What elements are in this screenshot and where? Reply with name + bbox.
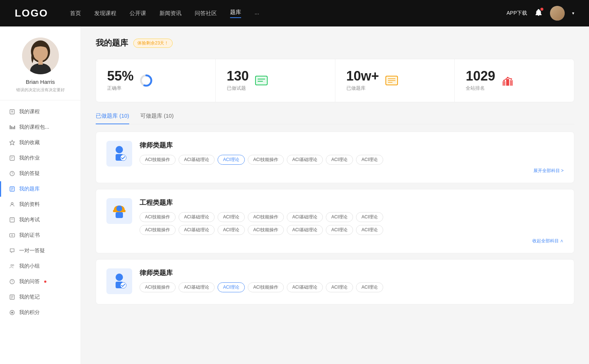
tag-item[interactable]: ACI技能操作 — [248, 212, 284, 222]
tag-item[interactable]: ACI理论 — [326, 155, 353, 165]
tag-item[interactable]: ACI基础理论 — [287, 212, 323, 222]
nav-link-open-course[interactable]: 公开课 — [130, 10, 146, 17]
tag-item[interactable]: ACI基础理论 — [287, 155, 323, 165]
sidebar-item-question-bank[interactable]: 我的题库 — [0, 181, 81, 197]
svg-point-53 — [511, 78, 512, 80]
expand-button-1[interactable]: 展开全部科目 > — [140, 168, 564, 174]
sidebar-item-my-courses[interactable]: 我的课程 — [0, 104, 81, 119]
sidebar-item-profile[interactable]: 我的资料 — [0, 197, 81, 212]
tag-item[interactable]: ACI理论 — [218, 212, 245, 222]
bank-title-3: 律师类题库 — [140, 268, 564, 277]
sidebar-item-homework[interactable]: 我的作业 — [0, 150, 81, 166]
bank-card-3: 律师类题库 ACI技能操作 ACI基础理论 ACI理论 ACI技能操作 ACI基… — [96, 259, 574, 304]
tag-item[interactable]: ACI技能操作 — [248, 155, 284, 165]
tag-item[interactable]: ACI基础理论 — [287, 225, 323, 235]
tag-item-active[interactable]: ACI理论 — [218, 282, 245, 292]
menu-label: 我的题库 — [19, 186, 40, 192]
unread-dot — [44, 281, 46, 283]
page-header: 我的题库 体验剩余23天！ — [96, 38, 574, 49]
tab-available[interactable]: 可做题库 (10) — [140, 113, 174, 124]
sidebar-item-my-questions[interactable]: ? 我的问答 — [0, 274, 81, 289]
nav-link-news[interactable]: 新闻资讯 — [159, 10, 181, 17]
avatar — [22, 38, 59, 74]
tag-item[interactable]: ACI基础理论 — [179, 225, 215, 235]
tag-item[interactable]: ACI基础理论 — [179, 155, 215, 165]
menu-label: 我的笔记 — [19, 294, 40, 300]
sidebar-item-groups[interactable]: 我的小组 — [0, 258, 81, 274]
tag-item[interactable]: ACI技能操作 — [248, 282, 284, 292]
bank-card-2: 工程类题库 ACI技能操作 ACI基础理论 ACI理论 ACI技能操作 ACI基… — [96, 189, 574, 253]
chat-icon — [9, 247, 15, 254]
nav-link-more[interactable]: ··· — [254, 10, 259, 17]
nav-link-questions[interactable]: 题库 — [230, 9, 241, 18]
qa-icon: ? — [9, 170, 15, 177]
tag-item-active[interactable]: ACI理论 — [218, 155, 245, 165]
tag-item[interactable]: ACI技能操作 — [140, 155, 176, 165]
stat-done-questions: 130 已做试题 — [216, 59, 335, 102]
tag-item[interactable]: ACI技能操作 — [248, 225, 284, 235]
tag-item[interactable]: ACI理论 — [326, 282, 353, 292]
tag-item[interactable]: ACI技能操作 — [140, 282, 176, 292]
svg-rect-4 — [38, 60, 43, 65]
bank-content-1: 律师类题库 ACI技能操作 ACI基础理论 ACI理论 ACI技能操作 ACI基… — [140, 141, 564, 174]
questions-done-icon — [254, 73, 269, 88]
stat-label-accuracy: 正确率 — [107, 85, 134, 92]
tag-item[interactable]: ACI基础理论 — [179, 282, 215, 292]
sidebar-item-points[interactable]: 我的积分 — [0, 305, 81, 320]
profile-section: Brian Harris 错误的决定比没有决定要好 — [0, 38, 81, 100]
svg-rect-9 — [11, 126, 12, 129]
svg-point-26 — [11, 235, 13, 236]
tag-item[interactable]: ACI基础理论 — [179, 212, 215, 222]
sidebar-item-favorites[interactable]: 我的收藏 — [0, 135, 81, 150]
stat-label-done: 已做试题 — [227, 85, 249, 92]
svg-text:?: ? — [11, 172, 13, 175]
tag-item[interactable]: ACI理论 — [356, 155, 383, 165]
sidebar-item-course-pack[interactable]: 我的课程包... — [0, 119, 81, 135]
stat-label-banks: 已做题库 — [346, 85, 379, 92]
svg-point-54 — [116, 146, 123, 153]
sidebar-item-one-on-one[interactable]: 一对一答疑 — [0, 243, 81, 258]
tab-done[interactable]: 已做题库 (10) — [96, 113, 129, 124]
user-menu-chevron[interactable]: ▾ — [572, 11, 574, 16]
svg-point-52 — [507, 77, 508, 78]
menu-label: 我的考试 — [19, 217, 40, 223]
svg-rect-13 — [10, 156, 14, 160]
menu-label: 我的问答 — [19, 278, 40, 285]
svg-marker-36 — [11, 311, 14, 314]
nav-link-home[interactable]: 首页 — [70, 10, 81, 17]
svg-point-58 — [116, 206, 122, 211]
bank-card-1: 律师类题库 ACI技能操作 ACI基础理论 ACI理论 ACI技能操作 ACI基… — [96, 132, 574, 183]
user-avatar[interactable] — [550, 6, 565, 21]
svg-rect-48 — [502, 81, 505, 86]
tag-item[interactable]: ACI理论 — [356, 225, 383, 235]
svg-point-60 — [116, 274, 123, 281]
sidebar-item-certificate[interactable]: 我的证书 — [0, 228, 81, 243]
tag-item[interactable]: ACI基础理论 — [287, 282, 323, 292]
app-download-button[interactable]: APP下载 — [507, 10, 527, 17]
sidebar-item-qa-mine[interactable]: ? 我的答疑 — [0, 166, 81, 181]
accuracy-chart-icon — [139, 73, 154, 88]
menu-label: 我的小组 — [19, 263, 40, 270]
points-icon — [9, 309, 15, 316]
nav-link-qa[interactable]: 问答社区 — [195, 10, 217, 17]
tag-item[interactable]: ACI理论 — [218, 225, 245, 235]
tag-item[interactable]: ACI技能操作 — [140, 225, 176, 235]
tag-item[interactable]: ACI理论 — [356, 212, 383, 222]
collapse-button-2[interactable]: 收起全部科目 ∧ — [140, 238, 564, 244]
nav-right: APP下载 ▾ — [507, 6, 574, 21]
nav-link-courses[interactable]: 发现课程 — [94, 10, 116, 17]
sidebar-item-exams[interactable]: 我的考试 — [0, 212, 81, 228]
tag-item[interactable]: ACI理论 — [356, 282, 383, 292]
tag-item[interactable]: ACI理论 — [326, 225, 353, 235]
stat-done-banks: 10w+ 已做题库 — [335, 59, 455, 102]
sidebar-item-notes[interactable]: 我的笔记 — [0, 289, 81, 305]
question-bank-icon — [9, 186, 15, 192]
notification-dot — [540, 8, 543, 11]
notification-bell[interactable] — [535, 8, 543, 18]
stats-row: 55% 正确率 130 已做试题 — [96, 59, 574, 102]
tag-item[interactable]: ACI技能操作 — [140, 212, 176, 222]
bank-icon-lawyer-1 — [106, 141, 132, 167]
nav-links: 首页 发现课程 公开课 新闻资讯 问答社区 题库 ··· — [70, 9, 507, 18]
tags-row-2a: ACI技能操作 ACI基础理论 ACI理论 ACI技能操作 ACI基础理论 AC… — [140, 212, 564, 222]
tag-item[interactable]: ACI理论 — [326, 212, 353, 222]
